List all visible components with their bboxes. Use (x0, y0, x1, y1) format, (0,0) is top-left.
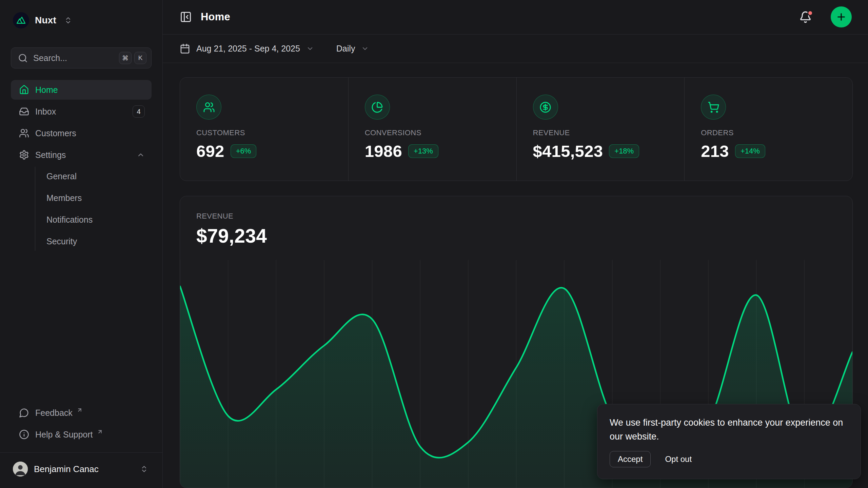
arrow-up-right-icon (97, 429, 103, 435)
stat-delta-badge: +6% (231, 144, 257, 158)
foot-link-label: Feedback (35, 408, 73, 418)
subnav-item-notifications[interactable]: Notifications (46, 210, 152, 229)
circle-dollar-icon (533, 95, 558, 120)
cookie-message: We use first-party cookies to enhance yo… (610, 416, 848, 444)
inbox-icon (19, 106, 29, 117)
feedback-link[interactable]: Feedback (11, 403, 152, 423)
calendar-icon (180, 43, 190, 54)
panel-left-close-icon (180, 11, 192, 23)
page-header: Home (163, 0, 868, 35)
sidebar-nav: Home Inbox 4 Customers Settings (11, 80, 152, 253)
notification-dot (807, 10, 813, 16)
avatar (13, 462, 28, 476)
revenue-chart-label: REVENUE (196, 212, 836, 221)
chevrons-up-down-icon (64, 16, 72, 24)
stat-label: ORDERS (701, 128, 836, 137)
chevron-up-icon (137, 151, 145, 159)
users-icon (19, 128, 29, 138)
pie-chart-icon (365, 95, 390, 120)
period-value: Daily (336, 44, 355, 54)
subnav-item-security[interactable]: Security (46, 232, 152, 251)
plus-icon (836, 12, 847, 22)
kbd-cmd: ⌘ (119, 52, 132, 64)
stats-strip: CUSTOMERS 692 +6% CONVERSIONS 1986 +13% (180, 77, 853, 181)
stat-delta-badge: +13% (408, 144, 438, 158)
users-icon (196, 95, 221, 120)
add-button[interactable] (831, 6, 852, 27)
message-circle-icon (19, 408, 29, 418)
stat-revenue: REVENUE $415,523 +18% (516, 78, 685, 181)
search-shortcut: ⌘ K (119, 52, 146, 64)
inbox-count-badge: 4 (133, 105, 145, 118)
stat-label: REVENUE (533, 128, 668, 137)
arrow-up-right-icon (77, 407, 83, 413)
revenue-chart-value: $79,234 (196, 225, 836, 247)
sidebar-item-home[interactable]: Home (11, 80, 152, 100)
info-circle-icon (19, 429, 29, 440)
stat-value: 213 (701, 142, 729, 161)
user-name: Benjamin Canac (34, 464, 132, 474)
filters-toolbar: Aug 21, 2025 - Sep 4, 2025 Daily (163, 35, 868, 63)
stat-customers: CUSTOMERS 692 +6% (180, 78, 348, 181)
sidebar-item-inbox[interactable]: Inbox 4 (11, 102, 152, 121)
nuxt-logo-icon (13, 12, 29, 28)
subnav-item-general[interactable]: General (46, 167, 152, 186)
kbd-k: K (134, 52, 146, 64)
period-select[interactable]: Daily (336, 44, 369, 54)
stat-delta-badge: +18% (609, 144, 639, 158)
team-name: Nuxt (35, 15, 56, 26)
cookie-optout-button[interactable]: Opt out (665, 454, 692, 464)
search-placeholder: Search... (33, 53, 114, 63)
sidebar-item-label: Home (35, 85, 58, 95)
cookie-accept-button[interactable]: Accept (610, 451, 651, 467)
sidebar-item-label: Settings (35, 150, 66, 160)
house-icon (19, 85, 29, 95)
settings-subnav: General Members Notifications Security (35, 167, 152, 251)
search-input[interactable]: Search... ⌘ K (11, 47, 152, 68)
user-section: Benjamin Canac (0, 452, 162, 482)
sidebar-item-settings[interactable]: Settings (11, 145, 152, 165)
chevron-down-icon (361, 45, 369, 53)
subnav-item-members[interactable]: Members (46, 188, 152, 207)
stat-orders: ORDERS 213 +14% (684, 78, 852, 181)
sidebar-item-customers[interactable]: Customers (11, 123, 152, 143)
sidebar-item-label: Customers (35, 128, 76, 138)
sidebar: Nuxt Search... ⌘ K Home Inbox 4 (0, 0, 163, 488)
date-range-picker[interactable]: Aug 21, 2025 - Sep 4, 2025 (180, 43, 314, 54)
stat-value: 1986 (365, 142, 402, 161)
cookie-banner: We use first-party cookies to enhance yo… (597, 404, 861, 479)
search-icon (18, 53, 28, 63)
stat-delta-badge: +14% (735, 144, 765, 158)
stat-value: $415,523 (533, 142, 603, 161)
notifications-button[interactable] (799, 11, 812, 23)
shopping-cart-icon (701, 95, 726, 120)
date-range-value: Aug 21, 2025 - Sep 4, 2025 (196, 44, 300, 54)
chevron-down-icon (306, 45, 314, 53)
sidebar-footer: Feedback Help & Support (11, 403, 152, 446)
sidebar-toggle-button[interactable] (180, 11, 192, 23)
gear-icon (19, 150, 29, 160)
sidebar-item-label: Inbox (35, 107, 56, 117)
user-menu[interactable]: Benjamin Canac (11, 458, 152, 480)
stat-conversions: CONVERSIONS 1986 +13% (348, 78, 516, 181)
chevrons-up-down-icon (140, 465, 148, 473)
team-selector[interactable]: Nuxt (11, 9, 152, 31)
stat-label: CUSTOMERS (196, 128, 332, 137)
page-title: Home (201, 11, 230, 23)
stat-label: CONVERSIONS (365, 128, 500, 137)
foot-link-label: Help & Support (35, 430, 93, 440)
help-support-link[interactable]: Help & Support (11, 425, 152, 444)
stat-value: 692 (196, 142, 224, 161)
